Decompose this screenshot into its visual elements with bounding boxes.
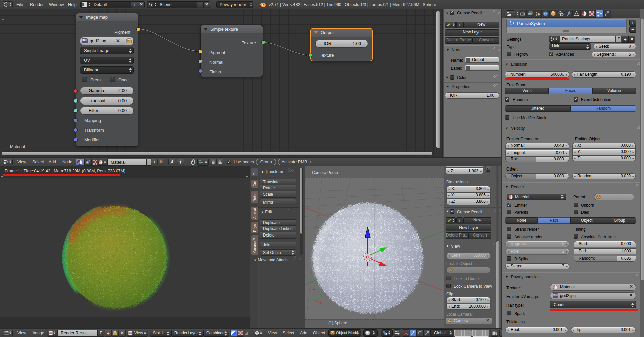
svg-text:y: y: [320, 293, 322, 297]
svg-text:z: z: [313, 286, 315, 290]
svg-text:x: x: [319, 301, 321, 305]
